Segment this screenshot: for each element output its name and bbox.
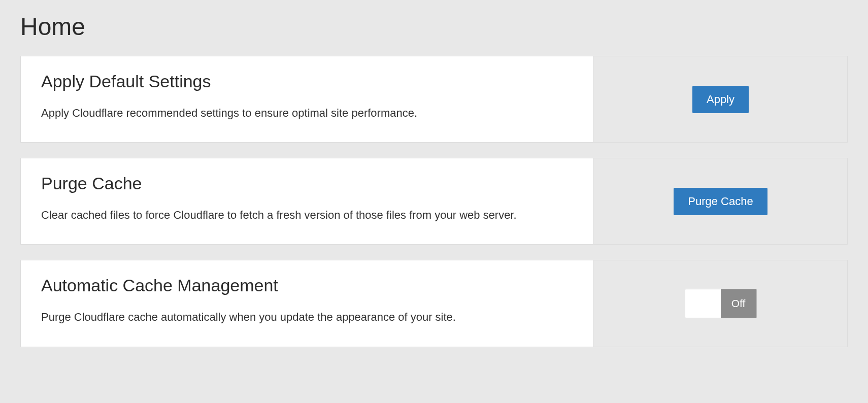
toggle-handle — [685, 289, 721, 318]
page-title: Home — [20, 0, 848, 56]
auto-cache-heading: Automatic Cache Management — [41, 276, 573, 295]
card-action: Apply — [593, 56, 847, 142]
card-purge-cache: Purge Cache Clear cached files to force … — [20, 158, 848, 245]
apply-button[interactable]: Apply — [692, 86, 749, 113]
apply-default-description: Apply Cloudflare recommended settings to… — [41, 104, 573, 122]
card-action: Purge Cache — [593, 158, 847, 244]
card-auto-cache: Automatic Cache Management Purge Cloudfl… — [20, 260, 848, 347]
purge-cache-button[interactable]: Purge Cache — [674, 188, 767, 215]
auto-cache-toggle[interactable]: Off — [685, 289, 757, 318]
toggle-label: Off — [721, 289, 756, 318]
card-content: Automatic Cache Management Purge Cloudfl… — [21, 260, 593, 346]
card-content: Purge Cache Clear cached files to force … — [21, 158, 593, 244]
card-apply-default: Apply Default Settings Apply Cloudflare … — [20, 56, 848, 143]
apply-default-heading: Apply Default Settings — [41, 72, 573, 91]
purge-cache-heading: Purge Cache — [41, 174, 573, 193]
purge-cache-description: Clear cached files to force Cloudflare t… — [41, 206, 573, 224]
auto-cache-description: Purge Cloudflare cache automatically whe… — [41, 308, 573, 326]
card-action: Off — [593, 260, 847, 346]
card-content: Apply Default Settings Apply Cloudflare … — [21, 56, 593, 142]
